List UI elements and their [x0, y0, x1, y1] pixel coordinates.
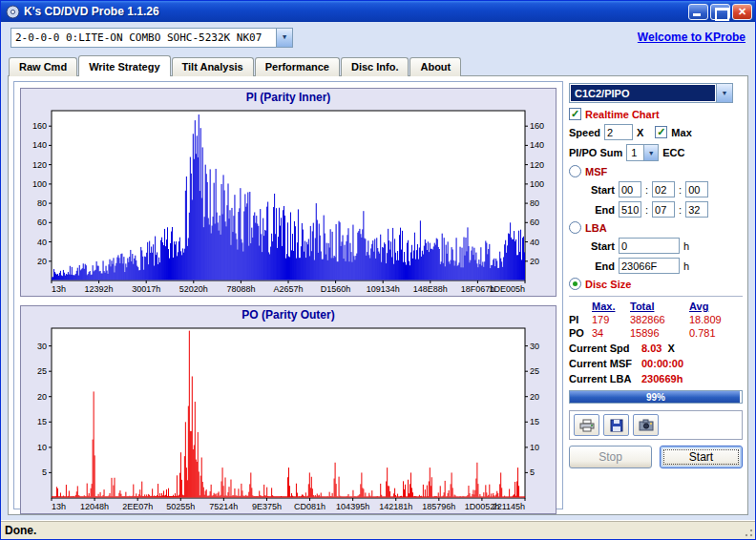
- save-button[interactable]: [603, 414, 629, 436]
- tab-write-strategy[interactable]: Write Strategy: [78, 55, 170, 76]
- progress-percent: 99%: [570, 391, 742, 403]
- pipo-sum-value: 1: [627, 145, 643, 160]
- print-button[interactable]: [574, 414, 599, 436]
- disc-size-radio[interactable]: [569, 278, 581, 290]
- lba-end-label: End: [584, 260, 615, 272]
- msf-start-sec-input[interactable]: [652, 181, 675, 197]
- lba-end-unit: h: [683, 260, 689, 272]
- progress-bar: 99%: [569, 390, 743, 404]
- svg-text:12048h: 12048h: [80, 502, 109, 511]
- toolbar: 2-0-0-0 0:LITE-ON COMBO SOHC-5232K NK07 …: [1, 22, 755, 52]
- stats-header-avg: Avg: [689, 301, 737, 312]
- svg-text:CD081h: CD081h: [294, 502, 326, 511]
- stats-row-po-label: PO: [569, 327, 592, 339]
- welcome-link[interactable]: Welcome to KProbe: [638, 31, 746, 44]
- lba-start-input[interactable]: [619, 238, 680, 254]
- lba-end-input[interactable]: [619, 258, 680, 274]
- stats-pi-avg: 18.809: [689, 314, 737, 325]
- svg-text:20: 20: [530, 392, 539, 402]
- svg-text:25: 25: [530, 366, 539, 376]
- po-chart: 551010151520202525303013h12048h2EE07h502…: [20, 323, 556, 512]
- svg-text:20: 20: [37, 392, 47, 402]
- msf-start-min-input[interactable]: [619, 181, 641, 197]
- current-spd-unit: X: [667, 343, 674, 354]
- svg-text:5: 5: [42, 467, 47, 477]
- po-chart-panel: PO (Parity Outer) 5510101515202025253030…: [20, 305, 556, 514]
- svg-text:104395h: 104395h: [336, 502, 369, 511]
- status-text: Done.: [5, 524, 36, 537]
- floppy-icon: [610, 419, 623, 432]
- svg-text:20: 20: [37, 257, 47, 266]
- stats-po-total: 15896: [630, 327, 689, 339]
- svg-text:140: 140: [32, 140, 47, 150]
- svg-text:75214h: 75214h: [209, 502, 238, 511]
- svg-text:109134h: 109134h: [367, 284, 400, 294]
- svg-text:60: 60: [37, 218, 47, 227]
- close-button[interactable]: ✕: [732, 4, 752, 20]
- stats-row-pi-label: PI: [569, 314, 592, 325]
- max-speed-checkbox[interactable]: ✓: [655, 126, 667, 138]
- tool-button-group: [569, 410, 743, 440]
- tab-tilt-analysis[interactable]: Tilt Analysis: [172, 57, 254, 76]
- svg-text:9E375h: 9E375h: [252, 502, 282, 511]
- msf-end-min-input[interactable]: [619, 201, 641, 218]
- lba-start-unit: h: [683, 240, 689, 252]
- chevron-down-icon[interactable]: ▼: [643, 145, 658, 160]
- stop-button[interactable]: Stop: [569, 446, 652, 468]
- svg-text:40: 40: [37, 238, 47, 247]
- mode-selector[interactable]: C1C2/PIPO ▼: [569, 83, 733, 103]
- chevron-down-icon[interactable]: ▼: [716, 84, 732, 102]
- pi-chart: 2020404060608080100100120120140140160160…: [20, 106, 556, 295]
- disc-size-label: Disc Size: [585, 279, 631, 290]
- lba-radio[interactable]: [569, 221, 581, 234]
- pipo-sum-selector[interactable]: 1 ▼: [626, 144, 659, 161]
- pi-chart-title: PI (Parity Inner): [246, 90, 331, 106]
- svg-text:D1560h: D1560h: [321, 284, 351, 294]
- svg-text:25: 25: [37, 366, 47, 376]
- divider: [569, 296, 743, 297]
- drive-selector[interactable]: 2-0-0-0 0:LITE-ON COMBO SOHC-5232K NK07 …: [10, 28, 293, 48]
- pi-chart-panel: PI (Parity Inner) 2020404060608080100100…: [20, 88, 556, 297]
- speed-label: Speed: [569, 127, 600, 138]
- msf-separator: :: [645, 184, 648, 196]
- current-msf-label: Current MSF: [569, 358, 641, 369]
- svg-text:10: 10: [37, 443, 47, 452]
- svg-text:12392h: 12392h: [85, 284, 114, 294]
- svg-text:13h: 13h: [52, 502, 66, 511]
- msf-end-frame-input[interactable]: [685, 201, 708, 218]
- svg-text:60: 60: [530, 218, 539, 227]
- tab-disc-info[interactable]: Disc Info.: [341, 57, 410, 76]
- speed-input[interactable]: [604, 124, 633, 140]
- speed-unit-label: X: [637, 127, 643, 138]
- start-button[interactable]: Start: [660, 446, 743, 468]
- tab-raw-cmd[interactable]: Raw Cmd: [9, 57, 77, 76]
- tab-about[interactable]: About: [410, 57, 461, 76]
- lba-start-label: Start: [584, 240, 615, 252]
- realtime-chart-checkbox[interactable]: ✓: [569, 108, 581, 120]
- snapshot-button[interactable]: [633, 414, 659, 436]
- msf-radio[interactable]: [569, 165, 581, 177]
- svg-text:80: 80: [530, 198, 539, 208]
- control-panel: C1C2/PIPO ▼ ✓ Realtime Chart Speed X ✓ M…: [569, 81, 743, 509]
- app-icon: [6, 5, 20, 19]
- svg-text:100: 100: [530, 179, 544, 189]
- maximize-button[interactable]: [710, 4, 730, 20]
- svg-text:160: 160: [530, 121, 544, 131]
- msf-end-sec-input[interactable]: [652, 201, 675, 218]
- svg-text:52020h: 52020h: [179, 284, 208, 294]
- realtime-chart-label: Realtime Chart: [585, 109, 660, 120]
- charts-area: PI (Parity Inner) 2020404060608080100100…: [13, 81, 563, 509]
- resize-grip[interactable]: [742, 526, 754, 538]
- stats-header-total: Total: [630, 301, 689, 312]
- chevron-down-icon[interactable]: ▼: [276, 29, 292, 47]
- msf-start-frame-input[interactable]: [685, 181, 708, 197]
- svg-text:100: 100: [32, 179, 47, 189]
- current-spd-value: 8.03: [641, 343, 662, 354]
- printer-icon: [579, 419, 595, 432]
- write-strategy-page: PI (Parity Inner) 2020404060608080100100…: [8, 75, 748, 515]
- svg-text:221145h: 221145h: [493, 502, 525, 511]
- msf-separator: :: [679, 184, 682, 196]
- tab-performance[interactable]: Performance: [255, 57, 340, 76]
- svg-text:120: 120: [530, 160, 544, 170]
- minimize-button[interactable]: [688, 4, 708, 20]
